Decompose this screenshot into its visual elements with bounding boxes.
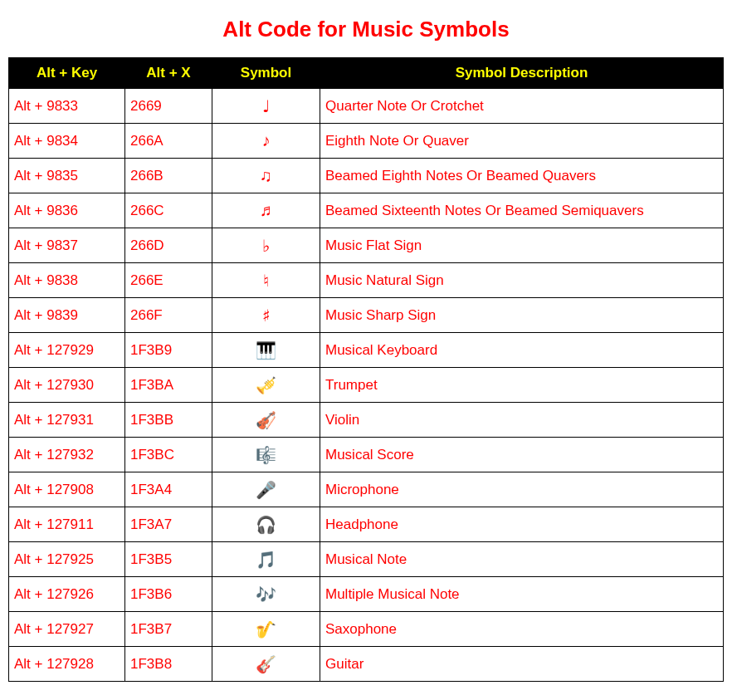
cell-symbol: 🎵 [212,542,320,577]
cell-description: Musical Keyboard [320,333,724,368]
cell-description: Eighth Note Or Quaver [320,124,724,159]
cell-symbol: 🎸 [212,647,320,682]
table-row: Alt + 1279261F3B6🎶Multiple Musical Note [9,577,724,612]
cell-alt-x: 1F3B7 [125,612,212,647]
cell-alt-key: Alt + 9835 [9,159,125,193]
cell-alt-x: 266F [125,298,212,333]
cell-symbol: 🎻 [212,403,320,438]
cell-alt-key: Alt + 127928 [9,647,125,682]
cell-alt-x: 266A [125,124,212,159]
cell-symbol: ♮ [212,263,320,298]
cell-symbol: ♯ [212,298,320,333]
cell-alt-key: Alt + 9834 [9,124,125,159]
header-alt-key: Alt + Key [9,58,125,89]
cell-alt-key: Alt + 127908 [9,472,125,507]
cell-alt-x: 1F3B9 [125,333,212,368]
alt-code-table: Alt + Key Alt + X Symbol Symbol Descript… [8,57,724,682]
table-row: Alt + 9837266D♭Music Flat Sign [9,228,724,263]
cell-description: Violin [320,403,724,438]
table-header-row: Alt + Key Alt + X Symbol Symbol Descript… [9,58,724,89]
cell-description: Multiple Musical Note [320,577,724,612]
table-row: Alt + 1279281F3B8🎸Guitar [9,647,724,682]
cell-alt-key: Alt + 127926 [9,577,125,612]
cell-symbol: 🎶 [212,577,320,612]
cell-description: Beamed Eighth Notes Or Beamed Quavers [320,159,724,193]
table-row: Alt + 1279271F3B7🎷Saxophone [9,612,724,647]
cell-alt-x: 1F3BA [125,368,212,403]
cell-alt-x: 1F3B5 [125,542,212,577]
cell-symbol: ♭ [212,228,320,263]
cell-description: Microphone [320,472,724,507]
header-description: Symbol Description [320,58,724,89]
cell-alt-key: Alt + 127925 [9,542,125,577]
cell-alt-x: 2669 [125,89,212,124]
table-row: Alt + 1279291F3B9🎹Musical Keyboard [9,333,724,368]
cell-description: Quarter Note Or Crotchet [320,89,724,124]
header-alt-x: Alt + X [125,58,212,89]
cell-alt-key: Alt + 9836 [9,193,125,228]
cell-alt-key: Alt + 127927 [9,612,125,647]
cell-alt-key: Alt + 127932 [9,438,125,472]
cell-alt-x: 266D [125,228,212,263]
cell-symbol: ♫ [212,159,320,193]
cell-alt-key: Alt + 127929 [9,333,125,368]
table-row: Alt + 1279111F3A7🎧Headphone [9,507,724,542]
cell-description: Guitar [320,647,724,682]
cell-alt-key: Alt + 9838 [9,263,125,298]
cell-alt-key: Alt + 127931 [9,403,125,438]
table-row: Alt + 9835266B♫Beamed Eighth Notes Or Be… [9,159,724,193]
cell-description: Headphone [320,507,724,542]
cell-alt-x: 1F3A4 [125,472,212,507]
table-row: Alt + 1279301F3BA🎺Trumpet [9,368,724,403]
cell-symbol: 🎤 [212,472,320,507]
cell-description: Music Sharp Sign [320,298,724,333]
cell-alt-key: Alt + 9837 [9,228,125,263]
cell-symbol: ♪ [212,124,320,159]
cell-description: Musical Score [320,438,724,472]
table-row: Alt + 1279311F3BB🎻Violin [9,403,724,438]
cell-alt-x: 1F3A7 [125,507,212,542]
table-row: Alt + 98332669♩Quarter Note Or Crotchet [9,89,724,124]
cell-symbol: 🎷 [212,612,320,647]
table-row: Alt + 1279321F3BC🎼Musical Score [9,438,724,472]
cell-symbol: 🎺 [212,368,320,403]
cell-symbol: 🎧 [212,507,320,542]
cell-alt-x: 266B [125,159,212,193]
cell-description: Saxophone [320,612,724,647]
table-row: Alt + 9839266F♯Music Sharp Sign [9,298,724,333]
table-row: Alt + 1279251F3B5🎵Musical Note [9,542,724,577]
table-row: Alt + 9834266A♪Eighth Note Or Quaver [9,124,724,159]
cell-alt-x: 1F3B6 [125,577,212,612]
cell-description: Beamed Sixteenth Notes Or Beamed Semiqua… [320,193,724,228]
cell-symbol: 🎹 [212,333,320,368]
cell-alt-x: 266E [125,263,212,298]
cell-description: Trumpet [320,368,724,403]
cell-alt-x: 1F3BB [125,403,212,438]
cell-alt-key: Alt + 127911 [9,507,125,542]
cell-alt-x: 1F3BC [125,438,212,472]
cell-description: Musical Note [320,542,724,577]
cell-symbol: 🎼 [212,438,320,472]
cell-alt-key: Alt + 9833 [9,89,125,124]
cell-description: Music Natural Sign [320,263,724,298]
page-title: Alt Code for Music Symbols [8,17,724,42]
table-row: Alt + 9838266E♮Music Natural Sign [9,263,724,298]
cell-symbol: ♬ [212,193,320,228]
cell-alt-x: 1F3B8 [125,647,212,682]
cell-description: Music Flat Sign [320,228,724,263]
cell-alt-key: Alt + 9839 [9,298,125,333]
cell-symbol: ♩ [212,89,320,124]
table-row: Alt + 1279081F3A4🎤Microphone [9,472,724,507]
cell-alt-x: 266C [125,193,212,228]
header-symbol: Symbol [212,58,320,89]
cell-alt-key: Alt + 127930 [9,368,125,403]
table-row: Alt + 9836266C♬Beamed Sixteenth Notes Or… [9,193,724,228]
